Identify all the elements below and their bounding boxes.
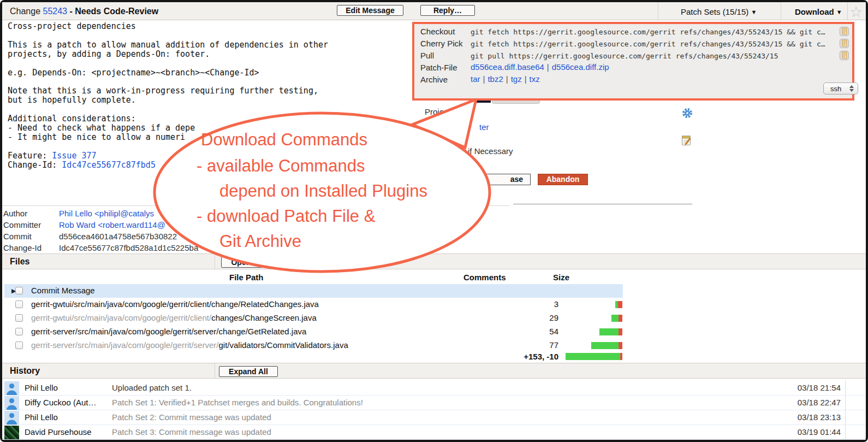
author-link[interactable]: Phil Lello <philipl@catalys <box>59 209 154 218</box>
commit-message-feature-line: Feature: Issue 377 <box>8 151 97 161</box>
annotation-line: Git Archive <box>219 232 301 251</box>
col-header-size: Size <box>553 273 569 282</box>
scheme-select[interactable]: ssh <box>823 82 858 95</box>
reply-button[interactable]: Reply… <box>420 5 475 16</box>
txz-link[interactable]: txz <box>530 74 540 84</box>
avatar <box>4 396 19 410</box>
file-path[interactable]: gerrit-gwtui/src/main/java/com/google/ge… <box>31 313 317 322</box>
file-checkbox[interactable] <box>15 328 23 335</box>
copy-to-clipboard-icon[interactable] <box>840 50 849 61</box>
history-title: History <box>10 366 40 376</box>
tar-link[interactable]: tar <box>471 74 480 84</box>
abandon-button[interactable]: Abandon <box>538 174 588 185</box>
patch-file-links: d556cea.diff.base64|d556cea.diff.zip <box>471 62 609 72</box>
annotation-line: - download Patch File & <box>197 207 375 226</box>
history-author: Phil Lello <box>25 383 108 392</box>
gear-icon[interactable] <box>682 108 693 121</box>
change-id-value: Idc47ce55677c87fbd528a1d1c5225ba <box>59 243 198 252</box>
avatar <box>4 426 19 439</box>
diff-zip-link[interactable]: d556cea.diff.zip <box>552 62 609 72</box>
avatar <box>4 411 19 425</box>
download-dropdown[interactable]: Download ▼ <box>795 7 842 16</box>
history-row[interactable]: Phil Lello Patch Set 2: Commit message w… <box>2 410 866 425</box>
history-author: David Pursehouse <box>25 427 108 437</box>
divider <box>2 205 510 206</box>
file-path[interactable]: Commit Message <box>31 286 95 295</box>
file-checkbox[interactable] <box>15 287 23 294</box>
committer-link[interactable]: Rob Ward <robert.ward114@ <box>59 220 165 229</box>
history-message: Uploaded patch set 1. <box>112 383 192 392</box>
issue-link[interactable]: Issue 377 <box>52 151 96 161</box>
branch-link-partial[interactable]: ter <box>479 122 489 132</box>
file-checkbox[interactable] <box>15 314 23 322</box>
checkout-command[interactable]: git fetch https://gerrit.googlesource.co… <box>471 28 825 36</box>
file-row[interactable]: gerrit-server/src/main/java/com/google/g… <box>0 339 710 352</box>
history-timestamp: 03/19 01:44 <box>764 427 841 437</box>
rebase-button-partial[interactable]: ase <box>468 174 531 185</box>
history-message: Patch Set 1: Verified+1 Patchset merges … <box>112 398 363 407</box>
total-size-bar <box>540 353 622 360</box>
avatar <box>4 381 19 395</box>
size-bar <box>540 342 622 349</box>
file-row[interactable]: gerrit-gwtui/src/main/java/com/google/ge… <box>0 311 710 325</box>
size-bar <box>540 301 622 308</box>
page-title: Change 55243 - Needs Code-Review <box>10 7 158 16</box>
annotation-line: depend on Installed Plugins <box>219 181 427 201</box>
download-commands-panel: Checkout git fetch https://gerrit.google… <box>412 22 854 101</box>
diff-base64-link[interactable]: d556cea.diff.base64 <box>471 62 544 72</box>
history-row[interactable]: David Pursehouse Patch Set 3: Commit mes… <box>2 425 866 440</box>
annotation-line: - available Commands <box>197 156 365 176</box>
divider <box>513 204 692 204</box>
col-header-comments: Comments <box>463 273 506 282</box>
history-row[interactable]: Diffy Cuckoo (Aut… Patch Set 1: Verified… <box>2 396 866 410</box>
edit-message-button[interactable]: Edit Message <box>337 5 403 16</box>
commit-message-changeid-line: Change-Id: Idc47ce55677c87fbd5 <box>8 160 156 170</box>
download-row-label: Patch-File <box>420 63 457 72</box>
patch-sets-dropdown[interactable]: Patch Sets (15/15) ▼ <box>681 7 757 16</box>
open-all-button[interactable]: Open All <box>221 257 272 268</box>
submit-type-partial: if Necessary <box>468 146 513 156</box>
file-row[interactable]: gerrit-server/src/main/java/com/google/g… <box>0 325 710 339</box>
pull-command[interactable]: git pull https://gerrit.googlesource.com… <box>471 52 778 60</box>
header-divider <box>847 2 848 20</box>
updated-ago-partial: go <box>468 158 477 167</box>
commit-sha: d556cea4601a4758e567b30822 <box>59 232 177 241</box>
history-timestamp: 03/18 22:47 <box>764 398 841 407</box>
file-row-commit-message[interactable]: ▶ Commit Message <box>4 284 623 298</box>
expand-all-button[interactable]: Expand All <box>219 366 278 377</box>
file-path[interactable]: gerrit-gwtui/src/main/java/com/google/ge… <box>31 299 319 309</box>
divider <box>215 254 215 269</box>
tgz-link[interactable]: tgz <box>511 74 522 84</box>
archive-links: tar|tbz2|tgz|txz <box>471 74 540 84</box>
file-checkbox[interactable] <box>15 300 23 308</box>
copy-to-clipboard-icon[interactable] <box>840 26 849 37</box>
history-timestamp: 03/18 21:54 <box>764 383 841 392</box>
history-row[interactable]: Phil Lello Uploaded patch set 1. 03/18 2… <box>2 381 866 396</box>
cherry-pick-command[interactable]: git fetch https://gerrit.googlesource.co… <box>471 40 825 48</box>
size-bar <box>540 315 622 322</box>
chevron-down-icon: ▼ <box>836 9 842 15</box>
file-row[interactable]: gerrit-gwtui/src/main/java/com/google/ge… <box>0 298 710 311</box>
download-row-label: Pull <box>420 51 434 60</box>
meta-row-committer: CommitterRob Ward <robert.ward114@ <box>3 220 165 229</box>
meta-row-changeid: Change-IdIdc47ce55677c87fbd528a1d1c5225b… <box>3 243 198 252</box>
chevron-down-icon: ▼ <box>751 9 757 15</box>
download-row-label: Checkout <box>420 27 455 36</box>
meta-row-commit: Commitd556cea4601a4758e567b30822 <box>3 232 177 241</box>
file-checkbox[interactable] <box>15 341 23 349</box>
change-number-link[interactable]: 55243 <box>43 7 68 16</box>
file-path[interactable]: gerrit-server/src/main/java/com/google/g… <box>31 327 306 336</box>
notepad-icon[interactable] <box>681 134 692 148</box>
changeid-link[interactable]: Idc47ce55677c87fbd5 <box>62 160 156 170</box>
divider <box>845 381 846 440</box>
copy-to-clipboard-icon[interactable] <box>840 38 849 49</box>
download-row-label: Cherry Pick <box>420 39 463 48</box>
hidden-button-partial[interactable] <box>277 257 366 267</box>
tbz2-link[interactable]: tbz2 <box>487 74 503 84</box>
project-label: Project <box>425 107 450 116</box>
star-icon[interactable]: ☆ <box>849 3 863 21</box>
files-title: Files <box>10 257 29 267</box>
file-path[interactable]: gerrit-server/src/main/java/com/google/g… <box>31 340 348 350</box>
files-section-header: Files Open All <box>2 254 866 269</box>
meta-row-author: AuthorPhil Lello <philipl@catalys <box>3 209 154 218</box>
